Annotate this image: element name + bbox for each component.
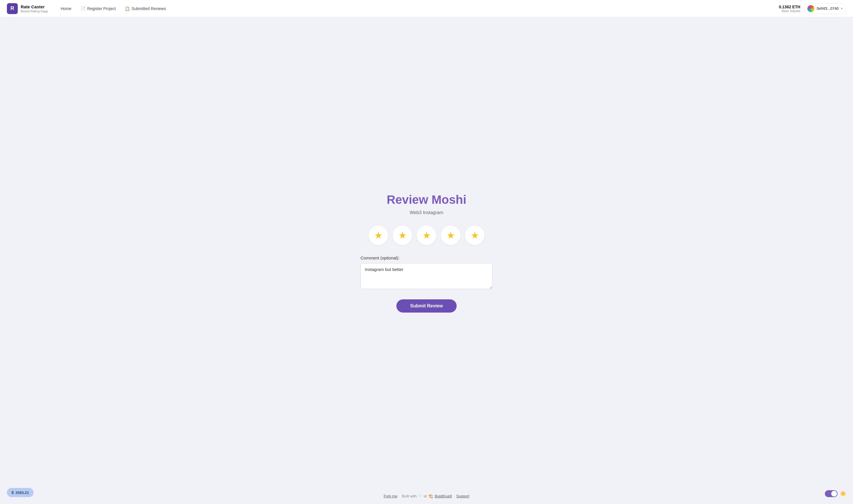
project-name: Moshi <box>432 193 466 206</box>
sun-icon: ☀️ <box>840 490 846 497</box>
star-1-icon: ★ <box>374 230 383 241</box>
brand-logo[interactable]: R Rate Caster Based Rating Dapp <box>7 3 48 14</box>
brand-tagline: Based Rating Dapp <box>21 10 48 13</box>
wallet-button[interactable]: 0xfAf3...0740 ▾ <box>804 3 846 14</box>
star-4-icon: ★ <box>447 230 455 241</box>
dollar-icon: $ <box>12 490 14 495</box>
nav-links: Home 📄 Register Project 📋 Submitted Revi… <box>57 5 769 13</box>
toggle-thumb <box>831 491 837 497</box>
footer-at: at <box>424 494 427 498</box>
stars-container: ★ ★ ★ ★ ★ <box>368 226 485 245</box>
wallet-avatar <box>807 5 814 12</box>
footer-dot-1: · <box>399 494 400 498</box>
eth-amount: 0.1362 ETH <box>779 5 800 9</box>
review-subtitle: Web3 Instagram <box>410 210 443 215</box>
nav-register[interactable]: 📄 Register Project <box>77 5 120 13</box>
heart-icon: ♡ <box>418 494 422 498</box>
navbar: R Rate Caster Based Rating Dapp Home 📄 R… <box>0 0 853 17</box>
star-5-icon: ★ <box>471 230 479 241</box>
footer-built-with: Built with <box>402 494 417 498</box>
brand-name: Rate Caster <box>21 4 48 10</box>
comment-section: Comment (optional): <box>361 255 492 290</box>
footer-dot-2: · <box>453 494 455 498</box>
eth-info: 0.1362 ETH Base Sepolia <box>779 5 800 13</box>
star-2[interactable]: ★ <box>393 226 412 245</box>
buidl-link[interactable]: BuidlGuidl <box>435 494 452 498</box>
star-3-icon: ★ <box>422 230 431 241</box>
footer: Fork me · Built with ♡ at 🏗️ BuidlGuidl … <box>0 488 853 504</box>
eth-network: Base Sepolia <box>779 9 800 13</box>
review-title: Review Moshi <box>387 193 466 206</box>
star-4[interactable]: ★ <box>441 226 460 245</box>
chevron-down-icon: ▾ <box>841 7 842 10</box>
clipboard-icon: 📋 <box>125 6 130 11</box>
nav-submitted-reviews[interactable]: 📋 Submitted Reviews <box>122 5 169 13</box>
nav-home[interactable]: Home <box>57 5 75 13</box>
fork-me-link[interactable]: Fork me <box>384 494 398 498</box>
logo-icon: R <box>7 3 18 14</box>
star-5[interactable]: ★ <box>465 226 485 245</box>
main-content: Review Moshi Web3 Instagram ★ ★ ★ ★ ★ Co… <box>0 17 853 488</box>
nav-right: 0.1362 ETH Base Sepolia 0xfAf3...0740 ▾ <box>779 3 846 14</box>
brand-text: Rate Caster Based Rating Dapp <box>21 4 48 13</box>
price-badge: $ 2593.21 <box>7 488 34 497</box>
star-2-icon: ★ <box>398 230 407 241</box>
support-link[interactable]: Support <box>456 494 470 498</box>
wallet-address: 0xfAf3...0740 <box>817 6 839 11</box>
document-icon: 📄 <box>81 6 86 11</box>
submit-review-button[interactable]: Submit Review <box>396 299 457 312</box>
comment-label: Comment (optional): <box>361 255 492 260</box>
theme-toggle: ☀️ <box>825 490 846 497</box>
star-1[interactable]: ★ <box>368 226 388 245</box>
comment-input[interactable] <box>361 263 492 289</box>
price-value: 2593.21 <box>16 490 29 495</box>
star-3[interactable]: ★ <box>417 226 436 245</box>
buidl-icon: 🏗️ <box>429 494 433 498</box>
theme-toggle-switch[interactable] <box>825 490 837 497</box>
